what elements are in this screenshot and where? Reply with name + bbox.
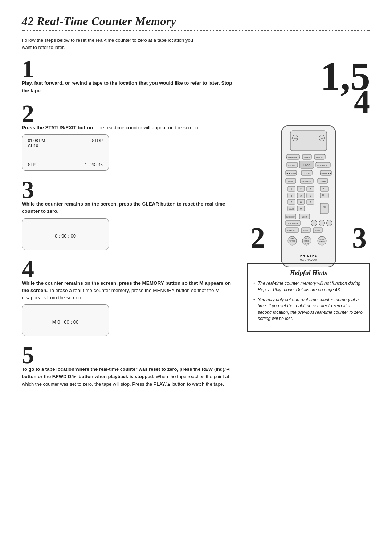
intro-text: Follow the steps below to reset the real… bbox=[22, 37, 203, 51]
right-column: 1,5 4 POWER EJECT SLEEP/WAKE UP bbox=[247, 56, 370, 394]
svg-text:EJECT: EJECT bbox=[319, 138, 325, 140]
step-1-heading: Play, fast forward, or rewind a tape to … bbox=[22, 80, 236, 94]
right-number-4: 4 bbox=[354, 85, 370, 118]
svg-text:CLEAR: CLEAR bbox=[320, 180, 326, 182]
screen-counter-zero: 0 : 00 : 00 bbox=[28, 222, 103, 246]
svg-text:SLEEP/WAKE UP: SLEEP/WAKE UP bbox=[286, 156, 301, 158]
page-title: 42 Real-Time Counter Memory bbox=[22, 15, 370, 28]
svg-text:6: 6 bbox=[310, 194, 311, 197]
title-divider bbox=[22, 30, 370, 31]
svg-text:GUIDE/CONT: GUIDE/CONT bbox=[286, 216, 295, 218]
step-2-bold: Press the STATUS/EXIT button. bbox=[22, 125, 94, 130]
right-number-3: 3 bbox=[352, 223, 367, 252]
screen-time: 01:08 PM bbox=[28, 138, 45, 143]
step-5-text: To go to a tape location where the real-… bbox=[22, 366, 236, 388]
svg-text:POWER: POWER bbox=[292, 138, 299, 140]
svg-rect-56 bbox=[320, 203, 328, 214]
screen-ch: CH10 bbox=[28, 143, 38, 148]
helpful-hints-list: The real-time counter memory will not fu… bbox=[253, 280, 364, 322]
right-numbers-2-3: 2 3 bbox=[247, 223, 370, 252]
svg-text:MEMORY: MEMORY bbox=[316, 156, 324, 158]
hint-item-1: The real-time counter memory will not fu… bbox=[253, 280, 364, 293]
svg-text:4: 4 bbox=[291, 194, 292, 197]
svg-text:STOP: STOP bbox=[304, 172, 310, 174]
step-3-number: 3 bbox=[22, 177, 236, 202]
step-3-heading: While the counter remains on the screen,… bbox=[22, 200, 236, 215]
svg-text:9: 9 bbox=[310, 201, 311, 203]
hint-item-2: You may only set one real-time counter m… bbox=[253, 297, 364, 322]
step-5-number: 5 bbox=[22, 343, 236, 367]
step-3-screen: 0 : 00 : 00 bbox=[22, 218, 109, 250]
step-2-block: 2 Press the STATUS/EXIT button. The real… bbox=[22, 101, 236, 171]
helpful-hints-title: Helpful Hints bbox=[253, 269, 364, 277]
svg-text:A/CH: A/CH bbox=[289, 208, 294, 210]
svg-text:RECORD: RECORD bbox=[288, 164, 296, 166]
svg-text:STATUS/EXIT: STATUS/EXIT bbox=[301, 180, 312, 182]
svg-text:MENU: MENU bbox=[288, 180, 294, 182]
screen-stop: STOP bbox=[92, 138, 103, 143]
step-3-block: 3 While the counter remains on the scree… bbox=[22, 177, 236, 250]
screen-status-row: 01:08 PM STOP bbox=[28, 138, 103, 143]
screen-counter-1: 1 : 23 : 45 bbox=[85, 162, 103, 167]
screen-bottom: SLP 1 : 23 : 45 bbox=[28, 162, 103, 167]
svg-text:1: 1 bbox=[291, 188, 292, 190]
svg-text:ZOOM: ZOOM bbox=[302, 216, 307, 218]
svg-text:VOL: VOL bbox=[323, 206, 326, 208]
step-2-heading: Press the STATUS/EXIT button. The real-t… bbox=[22, 124, 236, 131]
svg-text:8: 8 bbox=[300, 201, 302, 203]
screen-blank bbox=[28, 149, 103, 162]
svg-text:PLAY: PLAY bbox=[303, 163, 310, 166]
svg-text:7: 7 bbox=[291, 201, 292, 203]
svg-text:PHILIPS: PHILIPS bbox=[299, 254, 317, 258]
svg-text:0: 0 bbox=[300, 207, 302, 210]
helpful-hints-box: Helpful Hints The real-time counter memo… bbox=[247, 263, 370, 331]
right-numbers-4: 4 bbox=[247, 85, 370, 118]
remote-control-svg: POWER EJECT SLEEP/WAKE UP SPEED MEMORY R… bbox=[270, 122, 347, 281]
step-4-heading: While the counter remains on the screen,… bbox=[22, 280, 236, 302]
left-column: 1 Play, fast forward, or rewind a tape t… bbox=[22, 56, 236, 394]
remote-container: POWER EJECT SLEEP/WAKE UP SPEED MEMORY R… bbox=[247, 122, 370, 281]
svg-text:SPEED: SPEED bbox=[304, 156, 310, 158]
step-2-number: 2 bbox=[22, 101, 236, 126]
svg-text:CH ▲: CH ▲ bbox=[322, 187, 327, 190]
screen-ch-row: CH10 bbox=[28, 143, 103, 148]
svg-text:CH ▼: CH ▼ bbox=[322, 194, 327, 196]
step-5-block: 5 To go to a tape location where the rea… bbox=[22, 343, 236, 388]
screen-slp: SLP bbox=[28, 162, 36, 167]
screen-counter-m: M 0 : 00 : 00 bbox=[28, 308, 103, 332]
step-4-rest: To erase a real-time counter memory, pre… bbox=[22, 288, 220, 300]
main-layout: 1 Play, fast forward, or rewind a tape t… bbox=[22, 56, 370, 394]
svg-text:◄◄ REW: ◄◄ REW bbox=[286, 172, 296, 174]
right-number-2: 2 bbox=[250, 223, 265, 252]
step-4-number: 4 bbox=[22, 256, 236, 281]
step-1-block: 1 Play, fast forward, or rewind a tape t… bbox=[22, 56, 236, 94]
svg-text:2: 2 bbox=[300, 188, 302, 190]
step-4-block: 4 While the counter remains on the scree… bbox=[22, 256, 236, 336]
step-2-screen: 01:08 PM STOP CH10 SLP 1 : 23 : 45 bbox=[22, 134, 109, 171]
step-2-rest: The real-time counter will appear on the… bbox=[94, 125, 199, 130]
svg-text:PAUSE/STILL: PAUSE/STILL bbox=[317, 164, 329, 166]
svg-text:F.FWD ►►: F.FWD ►► bbox=[320, 172, 332, 174]
step-4-screen: M 0 : 00 : 00 bbox=[22, 304, 109, 336]
svg-text:3: 3 bbox=[310, 188, 311, 190]
svg-text:5: 5 bbox=[300, 194, 302, 197]
svg-text:MAGNAVOX: MAGNAVOX bbox=[300, 259, 317, 261]
step-1-number: 1 bbox=[22, 56, 236, 81]
